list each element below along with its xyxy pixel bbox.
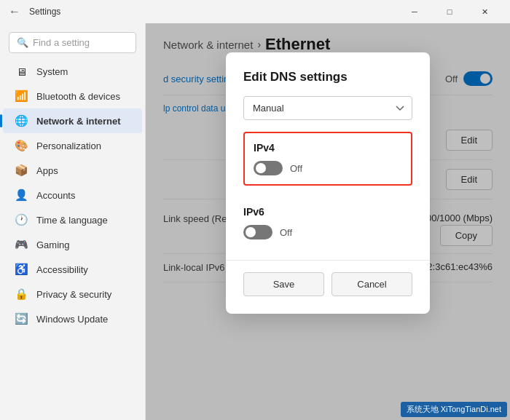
app-container: 🔍 Find a setting 🖥 System 📶 Bluetooth & … (0, 23, 510, 420)
ipv6-toggle-knob (246, 227, 256, 237)
sidebar-item-label: Accounts (36, 190, 75, 201)
sidebar-item-label: Apps (36, 165, 58, 176)
titlebar-left: ← Settings (9, 5, 60, 18)
edit-dns-modal: Edit DNS settings Manual Automatic (DHCP… (226, 52, 430, 314)
modal-footer: Save Cancel (243, 272, 412, 296)
sidebar-item-label: Gaming (36, 239, 70, 250)
ipv6-section: IPv6 Off (243, 197, 412, 248)
ipv4-toggle-row: Off (254, 161, 402, 175)
modal-title: Edit DNS settings (243, 70, 412, 84)
update-icon: 🔄 (15, 312, 28, 325)
ipv4-toggle-knob (256, 163, 266, 173)
ipv4-toggle[interactable] (254, 161, 283, 175)
bluetooth-icon: 📶 (15, 90, 28, 103)
search-container[interactable]: 🔍 Find a setting (9, 32, 136, 53)
sidebar-item-system[interactable]: 🖥 System (3, 59, 142, 84)
cancel-button[interactable]: Cancel (332, 272, 412, 296)
dns-mode-select[interactable]: Manual Automatic (DHCP) (243, 96, 412, 120)
personalization-icon: 🎨 (15, 139, 28, 152)
sidebar: 🔍 Find a setting 🖥 System 📶 Bluetooth & … (0, 23, 146, 420)
modal-divider (226, 260, 430, 261)
back-button[interactable]: ← (9, 5, 20, 18)
sidebar-item-label: Windows Update (36, 314, 108, 325)
ipv6-heading: IPv6 (243, 206, 412, 218)
ipv6-toggle-label: Off (280, 227, 292, 238)
sidebar-item-network[interactable]: 🌐 Network & internet (3, 108, 142, 133)
watermark: 系统天地 XiTongTianDi.net (401, 402, 507, 417)
time-icon: 🕐 (15, 213, 28, 226)
sidebar-item-time[interactable]: 🕐 Time & language (3, 207, 142, 232)
sidebar-item-update[interactable]: 🔄 Windows Update (3, 306, 142, 331)
sidebar-item-accessibility[interactable]: ♿ Accessibility (3, 257, 142, 282)
sidebar-item-privacy[interactable]: 🔒 Privacy & security (3, 282, 142, 306)
save-button[interactable]: Save (243, 272, 324, 296)
sidebar-item-accounts[interactable]: 👤 Accounts (3, 183, 142, 207)
sidebar-item-apps[interactable]: 📦 Apps (3, 158, 142, 183)
ipv6-toggle-row: Off (243, 225, 412, 239)
ipv6-toggle[interactable] (243, 225, 272, 239)
sidebar-item-label: Accessibility (36, 264, 88, 275)
modal-overlay: Edit DNS settings Manual Automatic (DHCP… (146, 23, 510, 420)
gaming-icon: 🎮 (15, 238, 28, 251)
content-area: Network & internet › Ethernet d security… (146, 23, 510, 420)
titlebar-title: Settings (29, 7, 60, 17)
sidebar-item-bluetooth[interactable]: 📶 Bluetooth & devices (3, 84, 142, 108)
sidebar-item-label: Time & language (36, 215, 108, 226)
minimize-button[interactable]: ─ (398, 0, 431, 23)
maximize-button[interactable]: □ (433, 0, 466, 23)
close-button[interactable]: ✕ (468, 0, 501, 23)
sidebar-item-personalization[interactable]: 🎨 Personalization (3, 133, 142, 158)
sidebar-item-label: Privacy & security (36, 289, 111, 300)
ipv4-label: IPv4 (254, 142, 402, 154)
sidebar-item-label: Bluetooth & devices (36, 91, 120, 102)
titlebar-controls: ─ □ ✕ (398, 0, 501, 23)
sidebar-item-gaming[interactable]: 🎮 Gaming (3, 232, 142, 257)
search-icon: 🔍 (17, 37, 28, 48)
ipv4-section: IPv4 Off (243, 132, 412, 186)
ipv4-toggle-label: Off (290, 163, 302, 174)
accessibility-icon: ♿ (15, 263, 28, 276)
apps-icon: 📦 (15, 164, 28, 177)
network-icon: 🌐 (15, 114, 28, 127)
privacy-icon: 🔒 (15, 288, 28, 301)
titlebar: ← Settings ─ □ ✕ (0, 0, 510, 23)
sidebar-item-label: Personalization (36, 140, 101, 151)
sidebar-item-label: Network & internet (36, 116, 121, 127)
accounts-icon: 👤 (15, 189, 28, 202)
system-icon: 🖥 (15, 65, 28, 78)
search-placeholder: Find a setting (33, 37, 90, 48)
sidebar-item-label: System (36, 66, 68, 77)
